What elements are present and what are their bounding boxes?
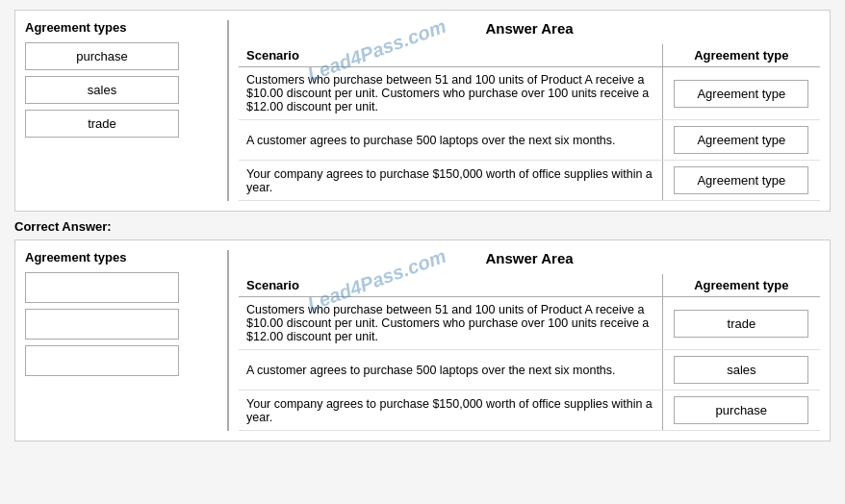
agreement-type-header-1: Agreement type	[662, 44, 820, 67]
answer-area-title-2: Answer Area	[239, 250, 820, 266]
type-item-sales[interactable]: sales	[25, 76, 179, 104]
answer-cell-2-1: sales	[662, 350, 820, 391]
agreement-types-title-2: Agreement types	[25, 250, 208, 265]
table-row: Your company agrees to purchase $150,000…	[239, 161, 820, 201]
type-item-empty-3	[25, 345, 179, 376]
scenario-cell-2-1: A customer agrees to purchase 500 laptop…	[239, 350, 662, 391]
scenario-cell-2-0: Customers who purchase between 51 and 10…	[239, 297, 662, 350]
type-item-empty-2	[25, 309, 179, 340]
right-panel-2: Answer Area Scenario Agreement type Cust…	[239, 250, 820, 431]
answer-cell-1-0: Agreement type	[662, 67, 820, 120]
answer-area-title-1: Answer Area	[239, 20, 820, 37]
answer-cell-2-0: trade	[662, 297, 820, 350]
type-item-trade[interactable]: trade	[25, 110, 179, 138]
scenario-cell-1-0: Customers who purchase between 51 and 10…	[239, 67, 662, 120]
agreement-type-header-2: Agreement type	[662, 274, 820, 297]
table-row: Customers who purchase between 51 and 10…	[239, 67, 820, 120]
table-row: A customer agrees to purchase 500 laptop…	[239, 350, 820, 391]
table-row: Your company agrees to purchase $150,000…	[239, 391, 820, 431]
table-row: Customers who purchase between 51 and 10…	[239, 297, 820, 350]
section2: Lead4Pass.com Agreement types Answer Are…	[14, 239, 831, 441]
scenario-cell-1-2: Your company agrees to purchase $150,000…	[239, 161, 662, 201]
answer-table-2: Scenario Agreement type Customers who pu…	[239, 274, 820, 431]
left-panel-1: Agreement types purchase sales trade	[25, 20, 218, 201]
divider-1	[227, 20, 229, 201]
answer-type-box-2-0: trade	[674, 310, 808, 338]
right-panel-1: Answer Area Scenario Agreement type Cust…	[239, 20, 820, 201]
scenario-cell-1-1: A customer agrees to purchase 500 laptop…	[239, 120, 662, 161]
answer-cell-1-1: Agreement type	[662, 120, 820, 161]
answer-cell-1-2: Agreement type	[662, 161, 820, 201]
answer-type-box-1-1[interactable]: Agreement type	[674, 126, 808, 154]
answer-type-box-2-2: purchase	[674, 396, 808, 424]
correct-answer-label: Correct Answer:	[14, 219, 831, 234]
answer-cell-2-2: purchase	[662, 391, 820, 431]
table-row: A customer agrees to purchase 500 laptop…	[239, 120, 820, 161]
answer-type-box-1-2[interactable]: Agreement type	[674, 166, 808, 194]
left-panel-2: Agreement types	[25, 250, 218, 431]
scenario-header-2: Scenario	[239, 274, 662, 297]
type-item-empty-1	[25, 272, 179, 303]
scenario-header-1: Scenario	[239, 44, 662, 67]
scenario-cell-2-2: Your company agrees to purchase $150,000…	[239, 391, 662, 431]
answer-type-box-2-1: sales	[674, 356, 808, 384]
answer-type-box-1-0[interactable]: Agreement type	[674, 80, 808, 108]
section1: Lead4Pass.com Agreement types purchase s…	[14, 10, 831, 212]
main-container: Lead4Pass.com Agreement types purchase s…	[0, 0, 845, 459]
divider-2	[227, 250, 229, 431]
agreement-types-title-1: Agreement types	[25, 20, 208, 35]
answer-table-1: Scenario Agreement type Customers who pu…	[239, 44, 820, 201]
type-item-purchase[interactable]: purchase	[25, 42, 179, 70]
